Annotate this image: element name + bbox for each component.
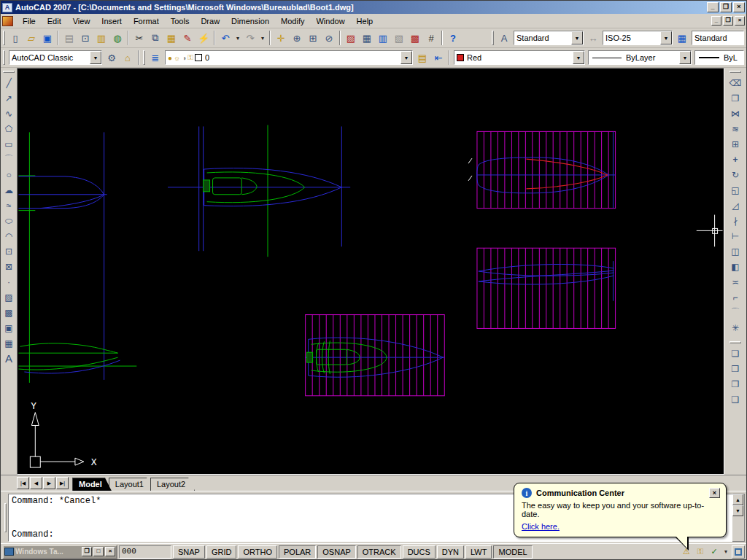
break-icon[interactable]: ◧ (728, 259, 743, 274)
clean-screen-button[interactable] (732, 545, 745, 559)
taskbar-restore-button[interactable]: ❐ (82, 547, 92, 556)
properties-icon[interactable]: ▨ (343, 30, 359, 46)
layer-freeze-sun-icon[interactable]: ☼ (174, 54, 180, 62)
command-scrollbar[interactable]: ▲ ▼ (732, 494, 745, 542)
toolbar-grip[interactable] (729, 71, 741, 73)
make-block-icon[interactable]: ⊠ (1, 259, 16, 274)
text-style-combo[interactable]: Standard ▼ (514, 31, 584, 45)
close-button[interactable]: × (733, 2, 745, 12)
sheet-set-manager-icon[interactable]: ▧ (391, 30, 407, 46)
extend-icon[interactable]: ⊢ (728, 228, 743, 244)
mdi-minimize-button[interactable]: _ (711, 16, 721, 26)
save-icon[interactable]: ▣ (39, 30, 55, 46)
zoom-window-icon[interactable]: ⊞ (305, 30, 321, 46)
first-tab-icon[interactable]: |◀ (17, 477, 29, 489)
toolbar-lock-icon[interactable]: ⚿ (694, 546, 706, 558)
toolbar-grip[interactable] (3, 31, 5, 45)
copy-icon[interactable]: ⧉ (147, 30, 163, 46)
paste-icon[interactable]: ▦ (163, 30, 179, 46)
polyline-icon[interactable]: ∿ (1, 106, 16, 121)
status-toggle[interactable]: OSNAP (317, 545, 356, 559)
mdi-close-button[interactable]: × (735, 16, 745, 26)
menu-view[interactable]: View (67, 15, 96, 27)
plot-icon[interactable]: ▤ (61, 30, 77, 46)
multiline-text-icon[interactable]: A (1, 351, 16, 366)
insert-block-icon[interactable]: ⊡ (1, 244, 16, 259)
3d-dwf-icon[interactable]: ◍ (109, 30, 125, 46)
send-under-objects-icon[interactable]: ❑ (728, 392, 743, 407)
rotate-icon[interactable]: ↻ (728, 167, 743, 182)
circle-icon[interactable]: ○ (1, 167, 16, 182)
menu-window[interactable]: Window (310, 15, 350, 27)
chevron-down-icon[interactable]: ▼ (679, 51, 691, 64)
chevron-down-icon[interactable]: ▼ (660, 31, 672, 44)
tab-layout1[interactable]: Layout1 (109, 478, 153, 491)
menu-modify[interactable]: Modify (275, 15, 310, 27)
join-icon[interactable]: ≍ (728, 274, 743, 289)
mirror-icon[interactable]: ⋈ (728, 106, 743, 121)
status-toggle[interactable]: POLAR (279, 545, 316, 559)
send-to-back-icon[interactable]: ❒ (728, 361, 743, 376)
document-icon[interactable] (2, 16, 13, 26)
toolbar-grip[interactable] (492, 31, 494, 45)
undo-icon[interactable]: ↶ (217, 30, 233, 46)
workspaces-combo[interactable]: AutoCAD Classic ▼ (9, 50, 102, 65)
point-icon[interactable]: · (1, 274, 16, 289)
table-style-combo[interactable]: Standard (692, 31, 744, 45)
menu-edit[interactable]: Edit (42, 15, 67, 27)
layer-vp-freeze-icon[interactable]: ◑ (182, 54, 186, 62)
taskbar-close-button[interactable]: × (105, 547, 115, 556)
scroll-up-icon[interactable]: ▲ (732, 494, 743, 505)
my-workspace-icon[interactable]: ⌂ (120, 50, 136, 66)
zoom-previous-icon[interactable]: ⊘ (321, 30, 337, 46)
construction-line-icon[interactable]: ↗ (1, 90, 16, 106)
balloon-link[interactable]: Click here. (522, 522, 560, 531)
menu-draw[interactable]: Draw (195, 15, 225, 27)
move-icon[interactable]: + (728, 152, 743, 167)
status-toggle[interactable]: DYN (437, 545, 464, 559)
layer-on-bulb-icon[interactable]: ● (168, 54, 172, 62)
rectangle-icon[interactable]: ▭ (1, 136, 16, 152)
region-icon[interactable]: ▣ (1, 320, 16, 335)
chamfer-icon[interactable]: ⌐ (728, 289, 743, 305)
mdi-restore-button[interactable]: ❐ (723, 16, 733, 26)
redo-icon[interactable]: ↷ (242, 30, 258, 46)
gradient-icon[interactable]: ▩ (1, 305, 16, 320)
revision-cloud-icon[interactable]: ☁ (1, 182, 16, 198)
bring-to-front-icon[interactable]: ❏ (728, 346, 743, 361)
drawing-area[interactable]: Y X (17, 68, 724, 475)
status-toggle[interactable]: ORTHO (238, 545, 277, 559)
fillet-icon[interactable]: ⌒ (728, 305, 743, 320)
prev-tab-icon[interactable]: ◀ (30, 477, 42, 489)
quickcalc-icon[interactable]: # (423, 30, 439, 46)
layer-properties-manager-icon[interactable]: ≣ (147, 50, 163, 66)
chevron-down-icon[interactable]: ▼ (573, 51, 584, 64)
taskbar-maximize-button[interactable]: □ (93, 547, 104, 556)
menu-format[interactable]: Format (128, 15, 165, 27)
pan-icon[interactable]: ✛ (273, 30, 289, 46)
scroll-down-icon[interactable]: ▼ (732, 505, 743, 516)
associated-standards-icon[interactable]: ✓ (708, 546, 720, 558)
chevron-down-icon[interactable]: ▼ (571, 31, 583, 44)
offset-icon[interactable]: ≋ (728, 121, 743, 136)
arc-icon[interactable]: ⌒ (1, 152, 16, 167)
toolbar-grip[interactable] (3, 50, 5, 65)
toolbar-grip[interactable] (729, 341, 741, 343)
match-properties-icon[interactable]: ✎ (179, 30, 196, 46)
undo-dropdown-icon[interactable]: ▾ (233, 30, 242, 46)
layer-combo[interactable]: ● ☼ ◑ ⚿ 0 ▼ (165, 50, 413, 65)
status-toggle[interactable]: LWT (465, 545, 492, 559)
table-style-icon[interactable]: ▦ (674, 30, 690, 46)
erase-icon[interactable]: ⌫ (728, 75, 743, 90)
explode-icon[interactable]: ✳ (728, 320, 743, 335)
dim-style-combo[interactable]: ISO-25 ▼ (603, 31, 673, 45)
menu-insert[interactable]: Insert (96, 15, 128, 27)
restore-button[interactable]: ❐ (720, 2, 732, 12)
status-toggle[interactable]: GRID (206, 545, 237, 559)
layer-states-icon[interactable]: ▤ (414, 50, 430, 66)
table-icon[interactable]: ▦ (1, 335, 16, 351)
trim-icon[interactable]: ∤ (728, 213, 743, 228)
next-tab-icon[interactable]: ▶ (43, 477, 55, 489)
layer-previous-icon[interactable]: ⇤ (430, 50, 446, 66)
tab-model[interactable]: Model (72, 478, 112, 491)
